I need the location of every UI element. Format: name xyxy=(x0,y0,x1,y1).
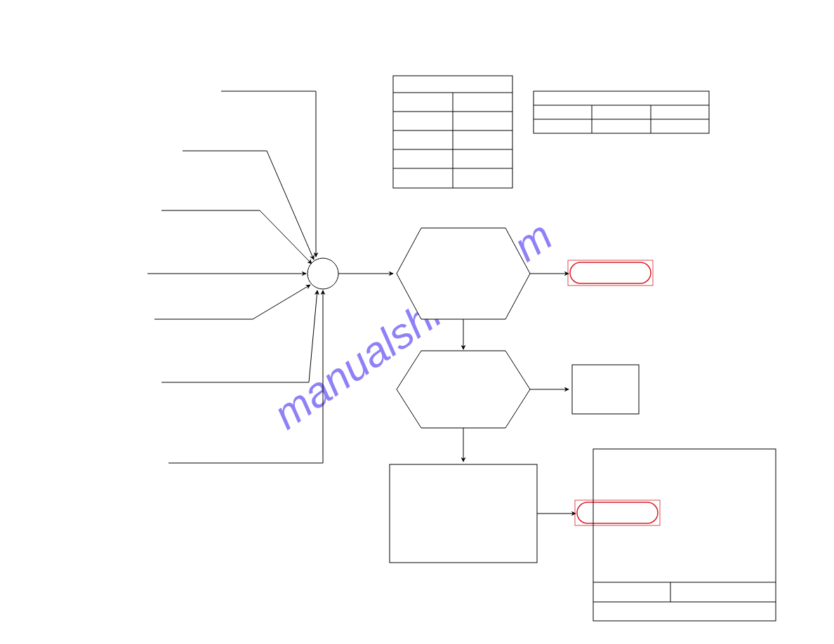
svg-rect-7 xyxy=(534,91,709,133)
decision-hex-1 xyxy=(397,228,530,319)
decision-hex-2 xyxy=(397,351,530,428)
svg-rect-16 xyxy=(593,449,776,621)
table-right xyxy=(534,91,709,133)
output-box-small xyxy=(572,365,639,414)
junction-circle xyxy=(307,258,338,289)
svg-rect-14 xyxy=(577,502,658,523)
svg-rect-12 xyxy=(570,262,651,283)
process-box xyxy=(390,464,537,563)
flowchart-diagram: manualshive.com xyxy=(0,0,834,644)
terminator-oval-1 xyxy=(568,260,653,286)
table-left xyxy=(393,76,512,188)
title-block xyxy=(593,449,776,621)
terminator-oval-2 xyxy=(575,500,660,525)
